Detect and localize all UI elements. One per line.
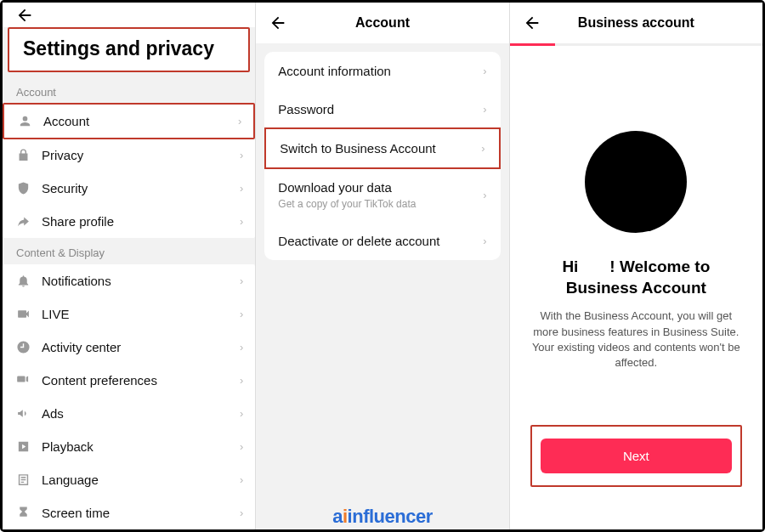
settings-item-ads[interactable]: Ads› bbox=[3, 397, 255, 430]
chevron-right-icon: › bbox=[483, 189, 486, 201]
welcome-heading: Hi ! Welcome to Business Account bbox=[530, 257, 742, 298]
account-item-password[interactable]: Password› bbox=[264, 90, 500, 128]
item-label: Language bbox=[42, 473, 240, 487]
chevron-right-icon: › bbox=[483, 103, 486, 116]
lang-icon bbox=[14, 473, 31, 487]
settings-item-account[interactable]: Account› bbox=[3, 103, 255, 139]
panel-account: Account Account information›Password›Swi… bbox=[255, 3, 508, 529]
avatar bbox=[585, 131, 687, 233]
item-label: Download your data bbox=[278, 180, 483, 195]
welcome-prefix: Hi bbox=[562, 258, 578, 275]
lock-icon bbox=[14, 148, 31, 162]
chevron-right-icon: › bbox=[240, 374, 243, 387]
back-button[interactable] bbox=[13, 3, 37, 27]
panel-business: Business account Hi ! Welcome to Busines… bbox=[509, 3, 762, 529]
chevron-right-icon: › bbox=[483, 235, 486, 247]
settings-item-share-profile[interactable]: Share profile› bbox=[3, 205, 255, 238]
back-button[interactable] bbox=[266, 11, 290, 35]
item-label: Notifications bbox=[42, 274, 240, 288]
item-label: Screen time bbox=[42, 506, 240, 520]
page-title: Settings and privacy bbox=[9, 29, 248, 71]
wm-rest: influencer bbox=[348, 506, 433, 527]
chevron-right-icon: › bbox=[240, 341, 243, 354]
wm-a: a bbox=[332, 506, 343, 527]
chevron-right-icon: › bbox=[483, 65, 486, 77]
item-label: Switch to Business Account bbox=[280, 141, 481, 156]
back-arrow-icon bbox=[269, 14, 287, 32]
chevron-right-icon: › bbox=[240, 407, 243, 420]
bell-icon bbox=[14, 274, 31, 288]
tutorial-frame: Settings and privacy AccountAccount›Priv… bbox=[0, 0, 765, 532]
settings-item-security[interactable]: Security› bbox=[3, 172, 255, 205]
item-label: Share profile bbox=[42, 214, 240, 229]
next-button[interactable]: Next bbox=[541, 439, 732, 473]
back-arrow-icon bbox=[523, 14, 541, 32]
item-label: Account information bbox=[278, 64, 483, 78]
chevron-right-icon: › bbox=[481, 142, 484, 155]
header-title: Business account bbox=[510, 15, 762, 31]
item-label: Security bbox=[42, 181, 240, 195]
item-label: LIVE bbox=[42, 307, 240, 321]
settings-item-activity-center[interactable]: Activity center› bbox=[3, 331, 255, 364]
item-label: Privacy bbox=[42, 148, 240, 162]
settings-item-playback[interactable]: Playback› bbox=[3, 430, 255, 463]
item-label: Deactivate or delete account bbox=[278, 234, 483, 248]
clock-icon bbox=[14, 340, 31, 354]
item-label: Activity center bbox=[42, 340, 240, 354]
settings-item-language[interactable]: Language› bbox=[3, 463, 255, 496]
share-icon bbox=[14, 214, 31, 229]
chevron-right-icon: › bbox=[238, 115, 241, 127]
header bbox=[3, 3, 255, 27]
settings-item-live[interactable]: LIVE› bbox=[3, 297, 255, 331]
back-button[interactable] bbox=[520, 11, 544, 35]
item-label: Account bbox=[43, 114, 238, 128]
chevron-right-icon: › bbox=[240, 308, 243, 320]
item-label: Ads bbox=[42, 406, 240, 421]
account-item-deactivate-or-delete-account[interactable]: Deactivate or delete account› bbox=[264, 222, 500, 260]
panel-settings: Settings and privacy AccountAccount›Priv… bbox=[3, 3, 255, 529]
person-icon bbox=[16, 114, 33, 128]
back-arrow-icon bbox=[15, 6, 34, 25]
chevron-right-icon: › bbox=[240, 473, 243, 486]
settings-item-screen-time[interactable]: Screen time› bbox=[3, 496, 255, 529]
account-item-switch-to-business-account[interactable]: Switch to Business Account› bbox=[264, 127, 500, 169]
chevron-right-icon: › bbox=[240, 215, 243, 228]
item-label: Password bbox=[278, 102, 483, 116]
megaphone-icon bbox=[14, 406, 31, 421]
chevron-right-icon: › bbox=[240, 182, 243, 195]
section-label: Content & Display bbox=[3, 238, 255, 264]
settings-item-notifications[interactable]: Notifications› bbox=[3, 264, 255, 297]
settings-list: Account›Privacy›Security›Share profile› bbox=[3, 103, 255, 238]
section-label: Account bbox=[3, 77, 255, 104]
welcome-suffix: ! Welcome to Business Account bbox=[566, 258, 710, 297]
header-title: Account bbox=[256, 15, 508, 31]
hourglass-icon bbox=[14, 506, 31, 520]
item-label: Playback bbox=[42, 439, 240, 454]
item-sublabel: Get a copy of your TikTok data bbox=[278, 198, 483, 210]
account-item-account-information[interactable]: Account information› bbox=[264, 52, 500, 90]
welcome-description: With the Business Account, you will get … bbox=[530, 308, 742, 371]
account-item-download-your-data[interactable]: Download your dataGet a copy of your Tik… bbox=[264, 168, 500, 222]
header: Account bbox=[256, 3, 508, 43]
live-icon bbox=[14, 307, 31, 321]
video-icon bbox=[14, 373, 31, 388]
watermark: aiinfluencer bbox=[332, 506, 433, 528]
shield-icon bbox=[14, 181, 31, 195]
chevron-right-icon: › bbox=[240, 274, 243, 287]
header: Business account bbox=[510, 3, 762, 43]
next-button-highlight: Next bbox=[530, 425, 742, 487]
chevron-right-icon: › bbox=[240, 149, 243, 161]
chevron-right-icon: › bbox=[240, 440, 243, 453]
chevron-right-icon: › bbox=[240, 507, 243, 519]
business-body: Hi ! Welcome to Business Account With th… bbox=[510, 46, 762, 529]
play-icon bbox=[14, 439, 31, 454]
account-menu: Account information›Password›Switch to B… bbox=[264, 52, 500, 260]
settings-item-privacy[interactable]: Privacy› bbox=[3, 139, 255, 172]
settings-list: Notifications›LIVE›Activity center›Conte… bbox=[3, 264, 255, 529]
item-label: Content preferences bbox=[42, 373, 240, 388]
settings-item-content-preferences[interactable]: Content preferences› bbox=[3, 364, 255, 397]
page-title-highlight: Settings and privacy bbox=[8, 27, 250, 72]
